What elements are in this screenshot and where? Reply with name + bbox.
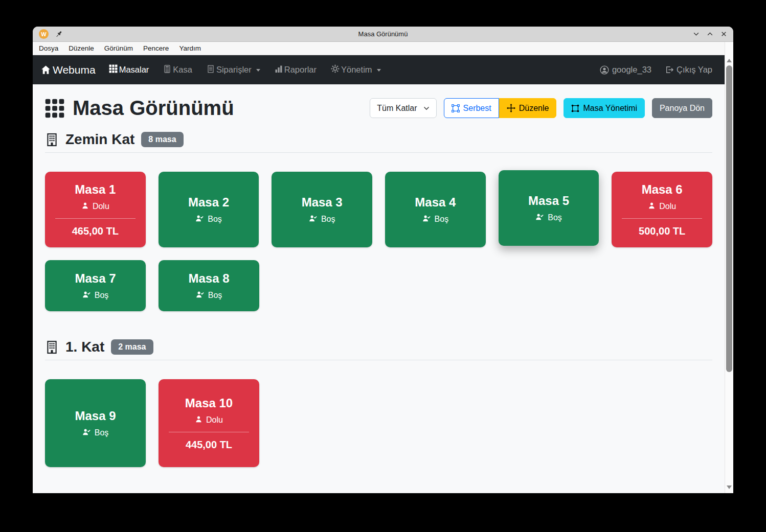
bounding-box-icon [452,104,460,112]
gear-icon [331,64,340,75]
person-check-icon [422,215,431,224]
table-status: Dolu [195,415,223,425]
person-check-icon [309,215,318,224]
person-check-icon [535,213,544,223]
nav-item-raporlar[interactable]: Raporlar [275,65,317,75]
floor-name: 1. Kat [65,339,104,355]
table-name: Masa 1 [75,182,116,197]
menu-duzenle[interactable]: Düzenle [63,42,99,55]
table-card[interactable]: Masa 3Boş [272,172,372,247]
scrollbar-thumb[interactable] [726,65,732,372]
table-card[interactable]: Masa 1Dolu465,00 TL [45,172,146,247]
floor-section-zemin-kat: Zemin Kat 8 masa Masa 1Dolu465,00 TLMasa… [45,131,712,311]
table-name: Masa 3 [302,195,343,210]
table-price: 500,00 TL [639,225,685,237]
divider [45,360,712,360]
chevron-down-icon [423,106,430,110]
navbar: Webuma MasalarKasaSiparişlerRaporlarYöne… [33,55,725,84]
table-row: Masa 7BoşMasa 8Boş [45,260,712,311]
maximize-button[interactable] [707,31,713,37]
menu-yardim[interactable]: Yardım [174,42,206,55]
table-status: Boş [196,291,222,300]
table-status: Dolu [648,202,676,212]
table-name: Masa 6 [642,182,683,197]
arrows-move-icon [507,104,515,112]
caret-down-icon [377,69,381,72]
page-title: Masa Görünümü [45,97,234,120]
floor-badge: 8 masa [141,132,183,147]
table-card[interactable]: Masa 2Boş [159,172,259,247]
table-card[interactable]: Masa 8Boş [159,260,259,311]
username: google_33 [612,65,651,75]
pin-icon[interactable] [55,30,63,38]
card-divider [169,432,249,432]
table-row: Masa 1Dolu465,00 TLMasa 2BoşMasa 3BoşMas… [45,172,712,247]
person-check-icon [82,428,91,438]
app-window: W Masa Görünümü Dosya [33,27,733,493]
menubar: Dosya Düzenle Görünüm Pencere Yardım [33,42,725,55]
person-check-icon [195,215,204,224]
serbest-button[interactable]: Serbest [444,98,499,118]
table-card[interactable]: Masa 6Dolu500,00 TL [612,172,712,247]
logout-icon [665,65,673,74]
nav-item-y-netim[interactable]: Yönetim [331,64,381,75]
table-name: Masa 4 [415,195,456,210]
building-icon [45,340,59,354]
bounding-box-circles-icon [571,104,579,112]
logout-button[interactable]: Çıkış Yap [665,65,712,75]
table-status: Boş [82,428,109,438]
person-icon [648,202,656,212]
minimize-button[interactable] [693,31,700,37]
nav-item-sipari-ler[interactable]: Siparişler [207,65,260,75]
nav-item-masalar[interactable]: Masalar [109,64,149,75]
table-status: Dolu [81,202,109,212]
menu-pencere[interactable]: Pencere [138,42,174,55]
calculator-icon [163,65,171,75]
table-name: Masa 2 [188,195,229,210]
close-button[interactable] [720,31,727,37]
brand-webuma[interactable]: Webuma [41,64,96,76]
table-name: Masa 7 [75,271,116,286]
nav-item-kasa[interactable]: Kasa [163,65,192,75]
caret-down-icon [256,69,260,72]
user-menu[interactable]: google_33 [600,65,651,75]
grid-icon [109,64,118,75]
panoya-don-button[interactable]: Panoya Dön [652,98,712,118]
floor-name: Zemin Kat [65,131,134,148]
building-icon [45,133,59,147]
person-icon [195,415,202,425]
table-card[interactable]: Masa 9Boş [45,379,146,467]
divider [45,152,712,153]
floor-filter-select[interactable]: Tüm Katlar [370,98,436,118]
table-status: Boş [422,215,449,224]
table-price: 465,00 TL [72,225,119,237]
bar-chart-icon [275,65,283,75]
scroll-up-arrow[interactable] [727,59,732,62]
titlebar: W Masa Görünümü [33,27,733,42]
table-row: Masa 9BoşMasa 10Dolu445,00 TL [45,379,712,467]
scroll-down-arrow[interactable] [727,485,732,489]
masa-yonetimi-button[interactable]: Masa Yönetimi [564,98,645,118]
home-icon [41,65,51,75]
table-card[interactable]: Masa 5Boş [499,170,599,246]
table-name: Masa 9 [75,409,116,423]
table-price: 445,00 TL [186,439,232,451]
person-circle-icon [600,65,609,75]
app-logo: W [39,29,49,39]
table-card[interactable]: Masa 4Boş [385,172,486,247]
person-icon [81,202,89,212]
menu-dosya[interactable]: Dosya [34,42,63,55]
content-area: Masa Görünümü Tüm Katlar [33,84,725,493]
grid-3x3-icon [45,99,64,118]
table-status: Boş [309,215,335,224]
person-check-icon [196,291,205,300]
table-status: Boş [195,215,222,224]
menu-gorunum[interactable]: Görünüm [99,42,138,55]
table-name: Masa 5 [528,194,569,208]
table-status: Boş [535,213,562,223]
person-check-icon [82,291,91,300]
duzenle-button[interactable]: Düzenle [499,98,557,118]
table-card[interactable]: Masa 10Dolu445,00 TL [159,379,259,467]
scrollbar[interactable] [725,42,733,493]
table-card[interactable]: Masa 7Boş [45,260,146,311]
